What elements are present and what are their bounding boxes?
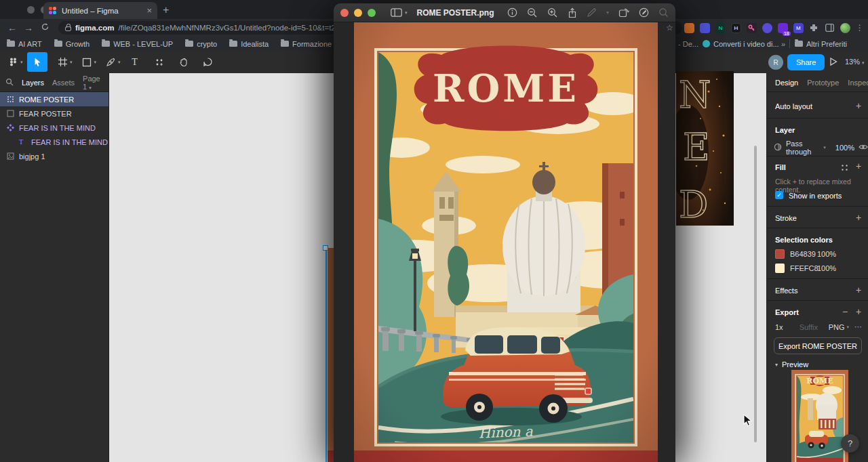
tab-assets[interactable]: Assets [52, 79, 75, 87]
forward-icon[interactable]: → [20, 22, 37, 33]
extension-icon-indigo[interactable] [700, 23, 710, 33]
export-remove-icon[interactable]: − [842, 308, 848, 315]
export-add-icon[interactable]: + [856, 308, 861, 315]
bookmark-idealista[interactable]: Idealista [229, 40, 269, 48]
bookmark-star-icon[interactable]: ☆ [666, 23, 673, 33]
show-in-exports-checkbox[interactable]: ✓ [775, 191, 783, 199]
bookmark-cut[interactable]: - De... [678, 40, 698, 48]
preview-titlebar[interactable]: ▾ ROME POSTER.png ▾ [334, 3, 675, 22]
blend-mode-select[interactable]: Pass through [786, 140, 819, 156]
zoom-out-icon[interactable] [527, 7, 538, 18]
bookmarks-overflow-icon[interactable]: » [781, 40, 785, 48]
tab-design[interactable]: Design [775, 79, 798, 87]
layer-opacity-value[interactable]: 100% [835, 144, 854, 152]
layer-row-fear-component[interactable]: FEAR IS IN THE MIND [0, 121, 108, 135]
color-opacity[interactable]: 100% [817, 264, 836, 272]
panel-search-icon[interactable] [5, 78, 14, 87]
help-button[interactable]: ? [841, 434, 859, 453]
zoom-in-icon[interactable] [547, 7, 558, 18]
share-icon[interactable] [568, 7, 577, 18]
minimize-icon[interactable] [354, 9, 362, 17]
move-tool[interactable] [27, 52, 47, 72]
tab-close-icon[interactable]: × [146, 5, 152, 16]
figma-avatar[interactable]: R [768, 55, 783, 70]
effects-add-icon[interactable]: + [856, 287, 861, 293]
frame-tool[interactable] [52, 52, 73, 72]
other-favorites[interactable]: Altri Preferiti [795, 40, 847, 48]
bookmark-web-level-up[interactable]: WEB - LEVEL-UP [102, 40, 173, 48]
maximize-icon[interactable] [368, 9, 376, 17]
bookmark-converti[interactable]: Converti i video di... [703, 40, 779, 48]
export-preview-thumbnail[interactable]: ROME [791, 370, 848, 462]
side-panel-icon[interactable] [825, 23, 835, 33]
new-tab-button[interactable]: + [163, 4, 169, 16]
sidebar-toggle-icon[interactable]: ▾ [391, 8, 408, 17]
zoom-select[interactable]: 13% ▾ [845, 58, 865, 66]
color-swatch-cream[interactable] [775, 264, 785, 273]
fear-letter-e: E [683, 126, 709, 169]
styles-icon[interactable] [841, 164, 848, 173]
pen-tool[interactable] [100, 52, 121, 72]
hand-tool[interactable] [174, 52, 194, 72]
extension-icon-h[interactable]: H [731, 23, 741, 33]
resources-tool[interactable] [149, 52, 170, 72]
main-menu-icon[interactable] [3, 52, 23, 72]
close-icon[interactable] [340, 9, 349, 17]
rotate-icon[interactable] [618, 7, 629, 18]
visibility-eye-icon[interactable] [859, 144, 868, 152]
fear-poster-artwork[interactable]: N E D [676, 71, 734, 226]
rome-poster-frame-edge[interactable] [328, 248, 334, 462]
present-icon[interactable] [828, 56, 839, 70]
layer-row-rome-poster[interactable]: ROME POSTER [0, 92, 108, 106]
color-opacity[interactable]: 100% [817, 250, 836, 258]
bookmark-crypto[interactable]: crypto [185, 40, 217, 48]
layer-row-fear-text[interactable]: T FEAR IS IN THE MIND [0, 135, 108, 149]
text-tool[interactable]: T [125, 52, 145, 72]
extension-icon-badge[interactable]: 18 [778, 23, 788, 33]
export-format-select[interactable]: PNG [829, 323, 845, 331]
shape-tool[interactable] [77, 52, 97, 72]
share-button[interactable]: Share [787, 54, 825, 70]
info-icon[interactable] [507, 7, 517, 18]
preview-window[interactable]: ▾ ROME POSTER.png ▾ [334, 3, 675, 462]
rome-poster-artwork: Hinon a ROME [354, 22, 658, 462]
browser-menu-icon[interactable]: ⋮ [856, 23, 864, 33]
export-rome-poster-button[interactable]: Export ROME POSTER [774, 337, 862, 354]
back-icon[interactable]: ← [4, 22, 20, 33]
export-suffix-field[interactable]: Suffix [800, 323, 818, 331]
fear-letter-d: D [679, 184, 708, 226]
blend-mode-icon[interactable] [774, 143, 782, 152]
selection-handle[interactable] [323, 245, 328, 251]
color-swatch-red[interactable] [775, 249, 785, 259]
browser-avatar[interactable] [840, 23, 850, 33]
layer-row-fear-poster[interactable]: FEAR POSTER [0, 106, 108, 121]
extension-icon-orange[interactable] [684, 23, 694, 33]
stroke-add-icon[interactable]: + [856, 214, 861, 221]
color-hex[interactable]: B64839 [790, 250, 816, 258]
puzzle-icon[interactable] [809, 23, 819, 33]
extension-icon-key[interactable] [747, 23, 757, 33]
tab-prototype[interactable]: Prototype [807, 79, 839, 87]
extension-icon-n[interactable]: N [715, 23, 726, 33]
reload-icon[interactable] [37, 22, 53, 33]
layer-row-bigjpg[interactable]: bigjpg 1 [0, 149, 108, 163]
tab-inspect[interactable]: Inspect [848, 79, 868, 87]
bookmark-ai-art[interactable]: AI ART [7, 40, 42, 48]
window-close-button[interactable] [27, 6, 35, 14]
tab-layers[interactable]: Layers [22, 79, 44, 87]
export-more-icon[interactable]: ⋯ [854, 322, 862, 331]
page-selector[interactable]: Page 1 ▾ [83, 75, 103, 91]
canvas-scrollbar[interactable] [754, 146, 757, 442]
extension-icon-m[interactable]: M [793, 23, 804, 33]
comment-tool[interactable] [198, 52, 218, 72]
auto-layout-add-icon[interactable]: + [856, 102, 861, 109]
export-scale-select[interactable]: 1x [775, 323, 783, 331]
fill-add-icon[interactable]: + [856, 163, 861, 169]
bookmark-formazione[interactable]: Formazione [281, 40, 332, 48]
color-hex[interactable]: FFEFC8 [790, 264, 818, 272]
annotate-circle-icon[interactable] [639, 7, 649, 18]
extension-icon-purple-circle[interactable] [762, 23, 772, 33]
bookmark-growth[interactable]: Growth [54, 40, 90, 48]
preview-collapse-icon[interactable]: ▾ [775, 362, 778, 368]
browser-tab[interactable]: Untitled – Figma × [43, 2, 157, 19]
